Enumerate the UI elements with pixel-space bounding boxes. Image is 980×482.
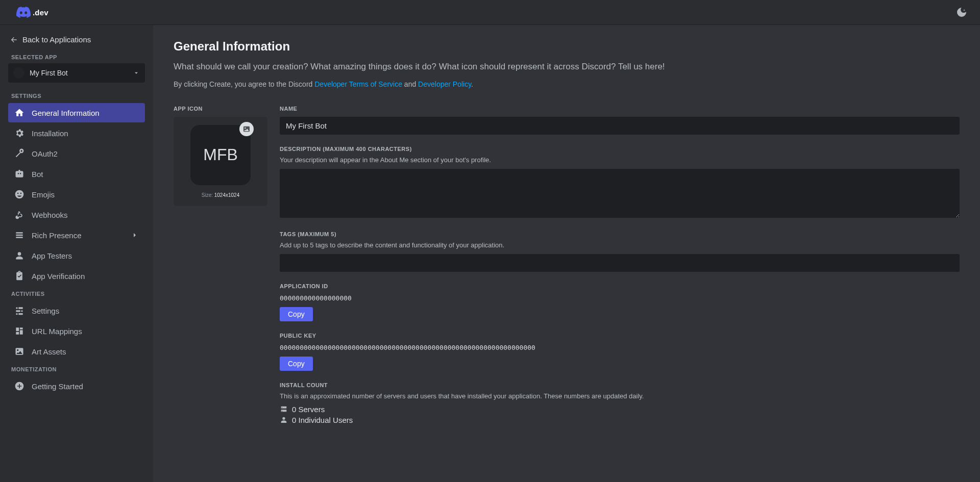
app-icon-preview: MFB [190, 125, 251, 185]
webhook-icon [14, 210, 24, 220]
servers-icon [280, 405, 288, 413]
name-input[interactable] [280, 117, 960, 135]
list-icon [14, 230, 24, 240]
app-icon-size-hint: Size: 1024x1024 [202, 192, 240, 198]
description-help-text: Your description will appear in the Abou… [280, 156, 960, 164]
description-input[interactable] [280, 169, 960, 218]
robot-icon [14, 169, 24, 179]
person-icon [14, 250, 24, 261]
public-key-value: 0000000000000000000000000000000000000000… [280, 344, 960, 351]
sidebar: Back to Applications Selected App My Fir… [0, 25, 153, 482]
activities-heading: Activities [6, 287, 147, 300]
sidebar-item-app-testers[interactable]: App Testers [8, 246, 145, 265]
app-id-label: Application ID [280, 283, 960, 289]
sidebar-item-general-information[interactable]: General Information [8, 103, 145, 122]
user-icon [280, 416, 288, 424]
description-field-label: Description (maximum 400 characters) [280, 146, 960, 152]
tags-field-label: Tags (maximum 5) [280, 231, 960, 237]
tos-link[interactable]: Developer Terms of Service [314, 80, 402, 88]
clipboard-check-icon [14, 271, 24, 281]
sidebar-item-getting-started[interactable]: Getting Started [8, 376, 145, 396]
page-subtitle: What should we call your creation? What … [174, 61, 960, 73]
chevron-down-icon [133, 69, 140, 77]
arrow-left-icon [10, 36, 18, 44]
install-count-help: This is an approximated number of server… [280, 392, 960, 400]
copy-app-id-button[interactable]: Copy [280, 307, 313, 321]
tags-input[interactable] [280, 254, 960, 272]
top-bar: .dev [0, 0, 980, 25]
public-key-label: Public Key [280, 333, 960, 339]
sidebar-item-url-mappings[interactable]: URL Mappings [8, 321, 145, 341]
emoji-icon [14, 189, 24, 199]
sidebar-item-oauth2[interactable]: OAuth2 [8, 144, 145, 163]
settings-heading: Settings [6, 89, 147, 102]
name-field-label: Name [280, 106, 960, 112]
policy-link[interactable]: Developer Policy [418, 80, 471, 88]
theme-toggle-icon[interactable] [955, 6, 968, 18]
monetization-heading: Monetization [6, 362, 147, 375]
users-count-row: 0 Individual Users [280, 416, 960, 424]
app-icon-uploader[interactable]: MFB Size: 1024x1024 [174, 117, 267, 206]
back-to-applications-link[interactable]: Back to Applications [6, 33, 147, 50]
selected-app-heading: Selected App [6, 50, 147, 63]
plus-circle-icon [14, 381, 24, 391]
brand-logo[interactable]: .dev [16, 7, 48, 18]
sidebar-item-rich-presence[interactable]: Rich Presence [8, 225, 145, 245]
sidebar-item-bot[interactable]: Bot [8, 164, 145, 184]
discord-logo-icon [16, 7, 31, 18]
servers-count-row: 0 Servers [280, 405, 960, 414]
app-id-value: 000000000000000000 [280, 294, 960, 302]
wrench-icon [14, 148, 24, 159]
main-content: General Information What should we call … [153, 25, 980, 482]
legal-text: By clicking Create, you agree to the Dis… [174, 80, 960, 88]
selected-app-name: My First Bot [30, 69, 128, 77]
tags-help-text: Add up to 5 tags to describe the content… [280, 241, 960, 249]
image-icon [14, 346, 24, 357]
upload-image-icon[interactable] [239, 122, 254, 136]
sidebar-item-art-assets[interactable]: Art Assets [8, 342, 145, 361]
copy-public-key-button[interactable]: Copy [280, 357, 313, 371]
app-avatar-icon [13, 67, 24, 79]
install-count-label: Install Count [280, 382, 960, 388]
sidebar-item-emojis[interactable]: Emojis [8, 185, 145, 204]
sidebar-item-app-verification[interactable]: App Verification [8, 266, 145, 286]
map-icon [14, 326, 24, 336]
home-icon [14, 108, 24, 118]
sidebar-item-installation[interactable]: Installation [8, 123, 145, 143]
brand-suffix: .dev [33, 8, 48, 17]
app-selector-dropdown[interactable]: My First Bot [8, 63, 145, 83]
page-title: General Information [174, 39, 960, 54]
gear-icon [14, 128, 24, 138]
chevron-right-icon [131, 231, 139, 239]
sliders-icon [14, 306, 24, 316]
sidebar-item-activity-settings[interactable]: Settings [8, 301, 145, 320]
app-icon-label: App Icon [174, 106, 267, 112]
sidebar-item-webhooks[interactable]: Webhooks [8, 205, 145, 224]
